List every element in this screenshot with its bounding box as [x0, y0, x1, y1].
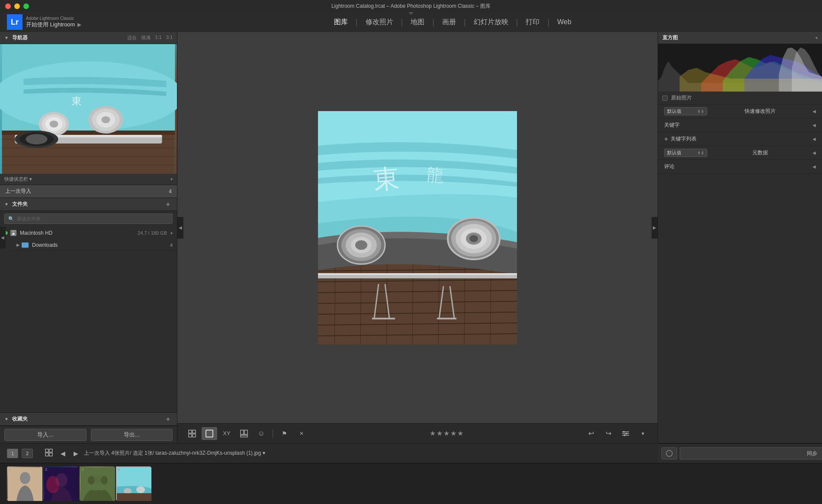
quick-status-bar: 快捷状态栏 ▾ ▾: [0, 174, 177, 185]
brand-tagline: 开始使用 Lightroom ▶: [26, 21, 81, 29]
rotate-right-btn[interactable]: ↪: [600, 427, 616, 440]
dropdown-btn[interactable]: ▾: [635, 427, 651, 440]
last-import-item[interactable]: 上一次导入 4: [0, 185, 177, 198]
svg-point-82: [20, 472, 30, 484]
zoom-3-1[interactable]: 3:1: [166, 35, 173, 41]
import-button[interactable]: 导入...: [4, 429, 87, 441]
unflag-btn[interactable]: ✕: [294, 427, 309, 440]
people-view-btn[interactable]: ☺: [254, 427, 269, 440]
survey-view-btn[interactable]: [236, 427, 252, 440]
titlebar: Lightroom Catalog.lrcat – Adobe Photosho…: [0, 0, 822, 12]
zoom-fill[interactable]: 填满: [141, 35, 151, 41]
svg-point-88: [88, 476, 95, 485]
star-3[interactable]: ★: [443, 429, 450, 437]
menu-item-develop[interactable]: 修改照片: [358, 12, 401, 32]
grid-view-btn[interactable]: [184, 427, 200, 440]
star-5[interactable]: ★: [457, 429, 463, 437]
folder-downloads[interactable]: ▶ Downloads 4: [12, 239, 177, 251]
nav-next-btn[interactable]: ▶: [71, 449, 80, 458]
filmstrip-thumb-2[interactable]: 2: [43, 466, 78, 501]
svg-point-76: [666, 450, 672, 456]
thumb-image-2: [43, 466, 78, 500]
left-collapse-button[interactable]: ◀: [177, 217, 183, 239]
original-photo-checkbox[interactable]: [662, 96, 668, 101]
loupe-icon: [206, 430, 213, 437]
svg-point-90: [101, 476, 108, 485]
sync-icon-btn[interactable]: [661, 447, 677, 459]
maximize-button[interactable]: [23, 3, 29, 9]
svg-rect-80: [49, 453, 52, 456]
rotate-right-icon: ↪: [606, 429, 611, 437]
star-rating[interactable]: ★ ★ ★ ★ ★: [430, 429, 463, 437]
filmstrip-thumb-4[interactable]: 4: [116, 466, 151, 501]
svg-rect-61: [189, 430, 192, 433]
left-panel-collapse-arrow[interactable]: ◀: [0, 227, 6, 249]
navigator-zoom-options: 适合 填满 1:1 3:1: [127, 35, 173, 41]
comments-arrow[interactable]: ◀: [812, 164, 816, 169]
thumb-number-4: 4: [118, 467, 120, 472]
disk-item[interactable]: 💾 Macintosh HD 24.7 / 180 GB ▾: [0, 226, 177, 239]
filmstrip-thumb-3[interactable]: 3: [80, 466, 114, 501]
folders-collapse-icon[interactable]: ▼: [4, 202, 9, 207]
keyword-plus-btn[interactable]: +: [664, 135, 668, 143]
collections-add-btn[interactable]: +: [166, 415, 170, 423]
metadata-arrow[interactable]: ◀: [812, 150, 816, 155]
svg-point-51: [355, 240, 367, 250]
sync-icon: [665, 450, 673, 457]
svg-rect-78: [49, 449, 52, 452]
metadata-select[interactable]: 默认值 ⬆⬇: [664, 149, 707, 157]
filmstrip-thumb-1[interactable]: 1: [7, 466, 42, 501]
center-panel: ◀ ▶ 東 龍: [177, 32, 658, 443]
folder-expand-icon[interactable]: ▶: [16, 242, 20, 247]
right-collapse-button[interactable]: ▶: [652, 217, 658, 239]
star-2[interactable]: ★: [437, 429, 443, 437]
flag-btn[interactable]: ⚑: [276, 427, 292, 440]
menu-item-library[interactable]: 图库: [326, 12, 356, 32]
last-import-count: 4: [169, 188, 172, 195]
folders-title: 文件夹: [12, 201, 166, 208]
menu-item-print[interactable]: 打印: [518, 12, 547, 32]
quick-develop-row: 默认值 ⬆⬇ 快速修改照片 ◀: [658, 105, 822, 118]
svg-rect-63: [189, 434, 192, 437]
histogram-dropdown-icon[interactable]: ▾: [816, 35, 818, 40]
disk-dropdown-icon[interactable]: ▾: [170, 231, 173, 236]
page-2-btn[interactable]: 2: [22, 449, 33, 458]
collections-header: ▼ 收藏夹 +: [0, 413, 177, 426]
loupe-view-btn[interactable]: [202, 427, 217, 440]
quick-status-label: 快捷状态栏 ▾: [4, 176, 32, 182]
minimize-button[interactable]: [14, 3, 20, 9]
star-1[interactable]: ★: [430, 429, 436, 437]
menu-item-web[interactable]: Web: [549, 12, 579, 32]
grid-view-status-btn[interactable]: [43, 448, 55, 459]
sync-button[interactable]: 同步: [680, 447, 822, 459]
grid-status-icon: [45, 449, 53, 456]
quick-develop-arrow-icon[interactable]: ◀: [812, 109, 816, 114]
collections-collapse-icon[interactable]: ▼: [4, 417, 9, 421]
close-button[interactable]: [5, 3, 11, 9]
zoom-fit[interactable]: 适合: [127, 35, 137, 41]
lr-logo: Lr: [7, 14, 22, 30]
menu-item-book[interactable]: 画册: [434, 12, 464, 32]
export-button[interactable]: 导出...: [91, 429, 173, 441]
flag-icon: ⚑: [282, 430, 287, 437]
zoom-1-1[interactable]: 1:1: [155, 35, 161, 41]
star-4[interactable]: ★: [450, 429, 456, 437]
folders-add-btn[interactable]: +: [166, 201, 170, 208]
rotate-left-btn[interactable]: ↩: [583, 427, 599, 440]
svg-rect-54: [318, 273, 517, 275]
adjustments-btn[interactable]: [618, 427, 633, 440]
quick-status-arrow[interactable]: ▾: [170, 177, 173, 182]
brand-app-name: Adobe Lightroom Classic: [26, 16, 81, 21]
keywords-arrow[interactable]: ◀: [812, 123, 816, 128]
nav-prev-btn[interactable]: ◀: [58, 449, 67, 458]
compare-view-btn[interactable]: XY: [219, 427, 234, 440]
navigator-collapse-icon[interactable]: ▼: [4, 35, 9, 40]
menu-item-slideshow[interactable]: 幻灯片放映: [466, 12, 516, 32]
keyword-list-arrow[interactable]: ◀: [812, 137, 816, 141]
menu-item-map[interactable]: 地图: [403, 12, 432, 32]
page-1-btn[interactable]: 1: [7, 449, 18, 458]
quick-develop-select[interactable]: 默认值 ⬆⬇: [664, 107, 707, 115]
svg-point-92: [136, 486, 145, 493]
comments-label: 评论: [664, 163, 674, 170]
navigator-header: ▼ 导航器 适合 填满 1:1 3:1: [0, 32, 177, 44]
